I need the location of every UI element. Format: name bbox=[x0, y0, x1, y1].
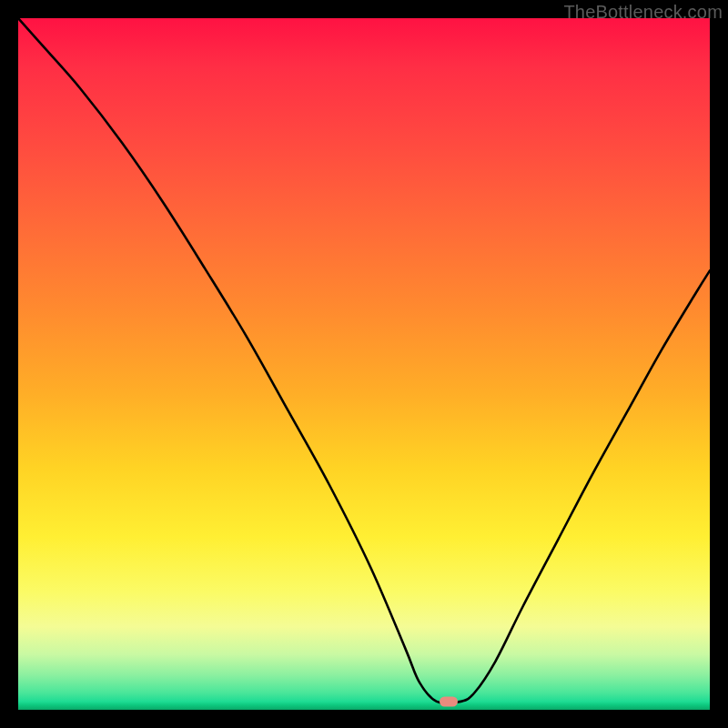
optimal-point-marker bbox=[440, 696, 458, 706]
plot-area bbox=[18, 18, 710, 710]
bottleneck-curve bbox=[18, 18, 710, 710]
chart-frame: TheBottleneck.com bbox=[0, 0, 728, 728]
